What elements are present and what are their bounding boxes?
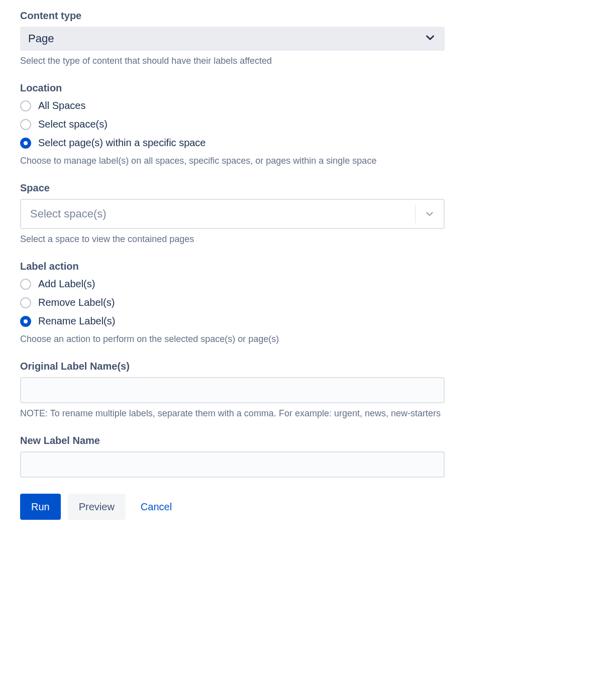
original-label-label: Original Label Name(s)	[20, 361, 596, 372]
space-field: Space Select space(s) Select a space to …	[20, 182, 596, 245]
original-label-field: Original Label Name(s) NOTE: To rename m…	[20, 361, 596, 419]
radio-icon	[20, 297, 31, 308]
radio-icon	[20, 100, 31, 111]
button-row: Run Preview Cancel	[20, 494, 596, 520]
radio-icon	[20, 279, 31, 290]
content-type-field: Content type Page Select the type of con…	[20, 10, 596, 66]
chevron-down-icon	[416, 208, 444, 219]
label-action-help: Choose an action to perform on the selec…	[20, 334, 596, 345]
radio-label: Select page(s) within a specific space	[38, 137, 206, 149]
content-type-value: Page	[28, 32, 424, 45]
space-placeholder: Select space(s)	[21, 207, 415, 220]
radio-icon	[20, 316, 31, 327]
content-type-help: Select the type of content that should h…	[20, 56, 596, 66]
location-option-all-spaces[interactable]: All Spaces	[20, 100, 596, 111]
label-action-option-add[interactable]: Add Label(s)	[20, 278, 596, 290]
new-label-label: New Label Name	[20, 435, 596, 446]
preview-button[interactable]: Preview	[68, 494, 126, 520]
new-label-field: New Label Name	[20, 435, 596, 478]
label-action-field: Label action Add Label(s) Remove Label(s…	[20, 261, 596, 345]
content-type-select[interactable]: Page	[20, 27, 445, 51]
location-option-select-pages[interactable]: Select page(s) within a specific space	[20, 137, 596, 149]
radio-icon	[20, 138, 31, 149]
label-action-radio-group: Add Label(s) Remove Label(s) Rename Labe…	[20, 278, 596, 327]
cancel-button[interactable]: Cancel	[133, 494, 180, 520]
location-field: Location All Spaces Select space(s) Sele…	[20, 82, 596, 166]
run-button[interactable]: Run	[20, 494, 61, 520]
location-radio-group: All Spaces Select space(s) Select page(s…	[20, 100, 596, 149]
radio-icon	[20, 119, 31, 130]
radio-label: Remove Label(s)	[38, 297, 115, 308]
radio-label: Select space(s)	[38, 119, 108, 130]
location-option-select-spaces[interactable]: Select space(s)	[20, 119, 596, 130]
space-select[interactable]: Select space(s)	[20, 199, 445, 229]
new-label-input[interactable]	[20, 451, 445, 478]
location-label: Location	[20, 82, 596, 94]
radio-label: Rename Label(s)	[38, 315, 115, 327]
chevron-down-icon	[424, 31, 437, 47]
space-help: Select a space to view the contained pag…	[20, 234, 596, 245]
original-label-help: NOTE: To rename multiple labels, separat…	[20, 408, 596, 419]
label-action-option-remove[interactable]: Remove Label(s)	[20, 297, 596, 308]
original-label-input[interactable]	[20, 377, 445, 403]
location-help: Choose to manage label(s) on all spaces,…	[20, 156, 596, 166]
label-action-option-rename[interactable]: Rename Label(s)	[20, 315, 596, 327]
space-label: Space	[20, 182, 596, 194]
radio-label: Add Label(s)	[38, 278, 95, 290]
label-action-label: Label action	[20, 261, 596, 272]
content-type-label: Content type	[20, 10, 596, 22]
radio-label: All Spaces	[38, 100, 86, 111]
